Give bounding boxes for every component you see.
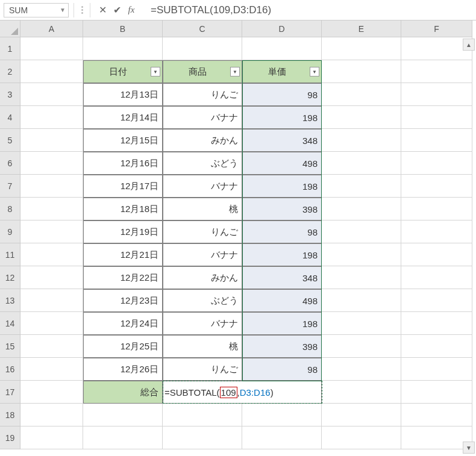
chevron-down-icon[interactable]: ▼ <box>60 7 66 13</box>
cell-date[interactable]: 12月16日 <box>83 152 163 175</box>
cell[interactable] <box>20 220 83 243</box>
row-header[interactable]: 15 <box>0 335 20 358</box>
filter-dropdown-icon[interactable]: ▼ <box>151 67 160 77</box>
row-header[interactable]: 14 <box>0 312 20 335</box>
cell-date[interactable]: 12月15日 <box>83 129 163 152</box>
cell[interactable] <box>322 129 401 152</box>
cell[interactable] <box>401 37 472 60</box>
cell-price[interactable]: 398 <box>242 335 322 358</box>
cell[interactable] <box>401 266 472 289</box>
row-header[interactable]: 17 <box>0 381 20 404</box>
row-header[interactable]: 19 <box>0 426 20 449</box>
cell[interactable] <box>401 152 472 175</box>
cell-date[interactable]: 12月21日 <box>83 243 163 266</box>
cell-date[interactable]: 12月23日 <box>83 289 163 312</box>
cell[interactable] <box>83 404 163 426</box>
cell[interactable] <box>242 37 322 60</box>
cell[interactable] <box>20 381 83 404</box>
cell[interactable] <box>20 60 83 83</box>
cell-product[interactable]: バナナ <box>163 175 242 198</box>
cell-price[interactable]: 498 <box>242 152 322 175</box>
cell-date[interactable]: 12月14日 <box>83 106 163 129</box>
cell-product[interactable]: みかん <box>163 129 242 152</box>
cell-product[interactable]: ぶどう <box>163 289 242 312</box>
row-header[interactable]: 1 <box>0 37 20 60</box>
cell[interactable] <box>20 198 83 220</box>
cell[interactable] <box>163 37 242 60</box>
cell[interactable] <box>322 220 401 243</box>
cell-price[interactable]: 198 <box>242 106 322 129</box>
cell-date[interactable]: 12月18日 <box>83 198 163 220</box>
cell[interactable] <box>20 129 83 152</box>
cell-product[interactable]: みかん <box>163 266 242 289</box>
cell-product[interactable]: バナナ <box>163 106 242 129</box>
row-header[interactable]: 7 <box>0 175 20 198</box>
cell[interactable] <box>322 37 401 60</box>
cell-price[interactable]: 198 <box>242 312 322 335</box>
cell[interactable] <box>20 335 83 358</box>
cell[interactable] <box>401 198 472 220</box>
cell-product[interactable]: りんご <box>163 83 242 106</box>
cell-product[interactable]: りんご <box>163 220 242 243</box>
cell-price[interactable]: 498 <box>242 289 322 312</box>
cell[interactable] <box>401 312 472 335</box>
row-header[interactable]: 16 <box>0 358 20 381</box>
cell[interactable] <box>401 404 472 426</box>
cell-date[interactable]: 12月17日 <box>83 175 163 198</box>
cell[interactable] <box>20 175 83 198</box>
cell-price[interactable]: 198 <box>242 243 322 266</box>
cell-date[interactable]: 12月25日 <box>83 335 163 358</box>
row-header[interactable]: 12 <box>0 266 20 289</box>
cell-date[interactable]: 12月26日 <box>83 358 163 381</box>
col-header[interactable]: C <box>163 20 242 37</box>
cell-price[interactable]: 348 <box>242 129 322 152</box>
cell[interactable] <box>322 335 401 358</box>
cell[interactable] <box>20 358 83 381</box>
row-header[interactable]: 11 <box>0 243 20 266</box>
table-header-date[interactable]: 日付 ▼ <box>83 60 163 83</box>
cell-date[interactable]: 12月13日 <box>83 83 163 106</box>
cell[interactable] <box>322 106 401 129</box>
cell[interactable] <box>322 83 401 106</box>
cell[interactable] <box>401 243 472 266</box>
cell[interactable] <box>163 426 242 449</box>
cell-product[interactable]: りんご <box>163 358 242 381</box>
cell-price[interactable]: 348 <box>242 266 322 289</box>
cell[interactable] <box>20 37 83 60</box>
col-header[interactable]: F <box>401 20 472 37</box>
cell-product[interactable]: 桃 <box>163 198 242 220</box>
cell[interactable] <box>401 289 472 312</box>
cell[interactable] <box>20 152 83 175</box>
row-header[interactable]: 8 <box>0 198 20 220</box>
cell[interactable] <box>401 60 472 83</box>
cell-product[interactable]: バナナ <box>163 243 242 266</box>
cell[interactable] <box>83 426 163 449</box>
total-label-cell[interactable]: 総合 <box>83 381 163 404</box>
cell[interactable] <box>20 312 83 335</box>
cell[interactable] <box>20 83 83 106</box>
cell-date[interactable]: 12月22日 <box>83 266 163 289</box>
cell-product[interactable]: 桃 <box>163 335 242 358</box>
cell[interactable] <box>20 106 83 129</box>
drag-handle-icon[interactable] <box>79 6 85 14</box>
cell[interactable] <box>20 404 83 426</box>
cell[interactable] <box>20 289 83 312</box>
scroll-up-icon[interactable]: ▲ <box>463 39 475 51</box>
cell[interactable] <box>322 381 401 404</box>
enter-icon[interactable]: ✔ <box>110 3 124 17</box>
table-header-price[interactable]: 単価 ▼ <box>242 60 322 83</box>
cell[interactable] <box>322 426 401 449</box>
cell[interactable] <box>322 358 401 381</box>
fx-icon[interactable]: fx <box>124 3 139 17</box>
filter-dropdown-icon[interactable]: ▼ <box>310 67 319 77</box>
cell-price[interactable]: 198 <box>242 175 322 198</box>
cell[interactable] <box>401 220 472 243</box>
col-header[interactable]: A <box>20 20 83 37</box>
select-all-corner[interactable] <box>0 20 20 37</box>
row-header[interactable]: 3 <box>0 83 20 106</box>
cell[interactable] <box>401 83 472 106</box>
cell[interactable] <box>401 358 472 381</box>
cell[interactable] <box>401 381 472 404</box>
row-header[interactable]: 5 <box>0 129 20 152</box>
cell[interactable] <box>401 175 472 198</box>
